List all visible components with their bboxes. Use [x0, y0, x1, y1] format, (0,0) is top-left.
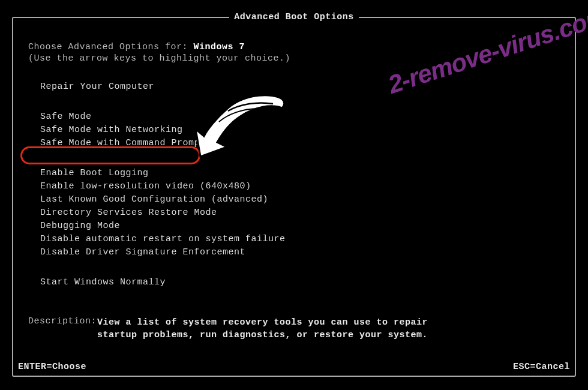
footer-esc: ESC=Cancel	[513, 362, 570, 372]
option-enable-boot-logging[interactable]: Enable Boot Logging	[40, 167, 560, 180]
page-title: Advanced Boot Options	[229, 12, 359, 22]
title-bar: Advanced Boot Options	[13, 12, 575, 22]
description-text: View a list of system recovery tools you…	[97, 316, 433, 341]
arrow-key-hint: (Use the arrow keys to highlight your ch…	[28, 53, 560, 64]
option-disable-automatic-restart-on-system-failure[interactable]: Disable automatic restart on system fail…	[40, 233, 560, 246]
os-name: Windows 7	[194, 42, 245, 52]
option-safe-mode-with-networking[interactable]: Safe Mode with Networking	[40, 124, 560, 137]
option-group: Repair Your Computer	[40, 80, 560, 94]
option-disable-driver-signature-enforcement[interactable]: Disable Driver Signature Enforcement	[40, 246, 560, 259]
footer-bar: ENTER=Choose ESC=Cancel	[18, 362, 570, 372]
option-enable-low-resolution-video-640x480[interactable]: Enable low-resolution video (640x480)	[40, 180, 560, 193]
option-start-windows-normally[interactable]: Start Windows Normally	[40, 276, 560, 289]
option-debugging-mode[interactable]: Debugging Mode	[40, 220, 560, 233]
footer-enter: ENTER=Choose	[18, 362, 86, 372]
option-safe-mode[interactable]: Safe Mode	[40, 110, 560, 124]
description-label: Description:	[28, 316, 97, 341]
choose-line: Choose Advanced Options for: Windows 7	[28, 42, 560, 52]
option-last-known-good-configuration-advanced[interactable]: Last Known Good Configuration (advanced)	[40, 193, 560, 206]
option-group: Enable Boot LoggingEnable low-resolution…	[40, 167, 560, 259]
boot-options-frame: Advanced Boot Options Choose Advanced Op…	[12, 17, 576, 377]
option-repair-your-computer[interactable]: Repair Your Computer	[40, 80, 560, 94]
choose-prefix: Choose Advanced Options for:	[28, 42, 194, 52]
option-directory-services-restore-mode[interactable]: Directory Services Restore Mode	[40, 206, 560, 220]
option-safe-mode-with-command-prompt[interactable]: Safe Mode with Command Prompt	[40, 137, 560, 150]
content-area: Choose Advanced Options for: Windows 7 (…	[13, 18, 575, 341]
option-group: Start Windows Normally	[40, 276, 560, 289]
description-row: Description: View a list of system recov…	[28, 316, 560, 341]
option-group: Safe ModeSafe Mode with NetworkingSafe M…	[40, 110, 560, 150]
